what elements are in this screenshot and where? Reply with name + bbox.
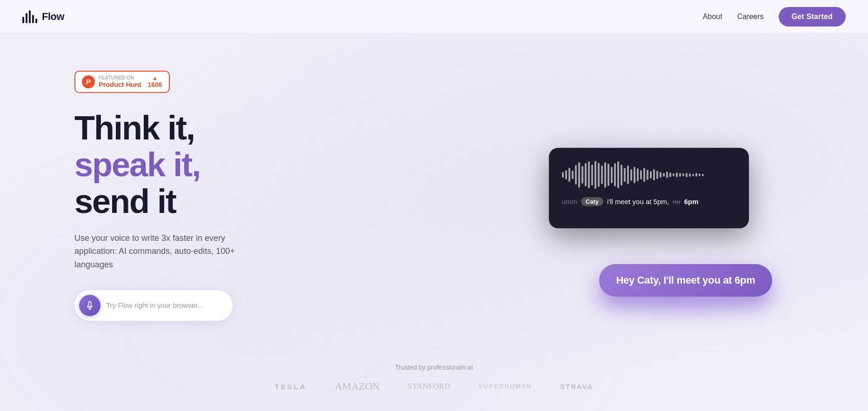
ph-text: FEATURED ON Product Hunt (99, 75, 141, 88)
w-bar (614, 163, 616, 186)
trusted-label: Trusted by professionals at (395, 364, 473, 371)
w-bar (565, 170, 567, 179)
w-bar (692, 174, 694, 176)
navbar: Flow About Careers Get Started (0, 0, 868, 33)
w-bar (591, 165, 593, 186)
logo-tesla: TESLA (275, 383, 307, 391)
logo-superhuman: SUPERHUMAN (479, 383, 532, 390)
transcript-main: i'll meet you at 5pm, (607, 198, 669, 206)
try-placeholder: Try Flow right in your browser... (106, 301, 203, 309)
w-bar (621, 165, 622, 186)
ph-arrow-icon: ▲ (152, 75, 158, 81)
w-bar (702, 174, 704, 176)
get-started-button[interactable]: Get Started (779, 7, 846, 27)
w-bar (624, 168, 626, 182)
w-bar (562, 172, 564, 178)
hero-heading: Think it, speak it, send it (74, 110, 434, 220)
ph-votes: ▲ 1606 (147, 75, 162, 88)
w-bar (640, 170, 642, 179)
w-bar (608, 164, 609, 186)
w-bar (689, 173, 691, 177)
w-bar (682, 173, 684, 176)
w-bar (666, 172, 668, 178)
w-bar (663, 173, 665, 177)
w-bar (627, 166, 629, 184)
waveform-bars (562, 161, 736, 189)
hero-line-3: send it (74, 183, 434, 220)
logo-bar-4 (32, 15, 34, 23)
w-bar (568, 168, 570, 182)
w-bar (581, 166, 583, 184)
hero-right: umm Caty i'll meet you at 5pm, no 6pm He… (434, 33, 868, 411)
transcript-line: umm Caty i'll meet you at 5pm, no 6pm (562, 197, 736, 206)
nav-link-about[interactable]: About (703, 13, 722, 21)
main-content: P FEATURED ON Product Hunt ▲ 1606 Think … (0, 0, 868, 411)
logo-strava: STRAVA (560, 383, 593, 391)
hero-line-2: speak it, (74, 146, 434, 183)
w-bar (585, 163, 587, 186)
logo-bar-2 (26, 13, 27, 23)
logos-row: TESLA amazon Stanford SUPERHUMAN STRAVA (275, 380, 594, 392)
hero-line-1: Think it, (74, 110, 434, 146)
w-bar (699, 173, 701, 176)
mic-button[interactable] (79, 295, 100, 316)
w-bar (660, 172, 661, 178)
waveform-card: umm Caty i'll meet you at 5pm, no 6pm (549, 148, 749, 228)
w-bar (588, 161, 590, 188)
w-bar (617, 161, 619, 188)
w-bar (686, 173, 688, 177)
w-bar (598, 163, 600, 187)
transcript-corrected: 6pm (684, 198, 699, 206)
trusted-section: Trusted by professionals at TESLA amazon… (0, 364, 868, 392)
w-bar (676, 172, 678, 177)
w-bar (594, 161, 596, 189)
demo-container: umm Caty i'll meet you at 5pm, no 6pm He… (535, 129, 768, 306)
nav-link-careers[interactable]: Careers (737, 13, 764, 21)
w-bar (637, 168, 639, 181)
w-bar (572, 171, 574, 179)
w-bar (695, 173, 697, 177)
logo-bar-1 (22, 17, 24, 23)
nav-right: About Careers Get Started (703, 7, 846, 27)
hero-subtext: Use your voice to write 3x faster in eve… (74, 232, 270, 272)
w-bar (643, 168, 645, 182)
logo-bar-3 (29, 10, 31, 23)
w-bar (575, 165, 577, 185)
ph-logo-icon: P (82, 75, 95, 88)
logo-amazon: amazon (335, 380, 380, 392)
logo-bar-5 (35, 19, 37, 23)
hero-left: P FEATURED ON Product Hunt ▲ 1606 Think … (0, 33, 434, 411)
logo-stanford: Stanford (407, 382, 450, 391)
w-bar (673, 173, 674, 176)
ph-featured-label: FEATURED ON (99, 75, 141, 80)
transcript-strikethrough: no (673, 198, 681, 206)
w-bar (669, 172, 671, 177)
w-bar (601, 166, 603, 184)
w-bar (656, 171, 658, 179)
w-bar (647, 170, 648, 180)
product-hunt-badge[interactable]: P FEATURED ON Product Hunt ▲ 1606 (74, 71, 170, 93)
w-bar (650, 171, 652, 179)
w-bar (634, 167, 635, 183)
ph-vote-count: 1606 (147, 81, 162, 88)
ph-name: Product Hunt (99, 80, 141, 88)
logo-icon (22, 10, 37, 23)
w-bar (578, 162, 580, 188)
w-bar (611, 167, 613, 183)
w-bar (630, 169, 632, 181)
logo-text: Flow (42, 11, 64, 23)
w-bar (604, 162, 606, 188)
try-input-wrapper[interactable]: Try Flow right in your browser... (74, 290, 233, 321)
w-bar (679, 173, 681, 177)
w-bar (653, 169, 655, 180)
logo[interactable]: Flow (22, 10, 64, 23)
result-card: Hey Caty, I'll meet you at 6pm (599, 264, 772, 297)
transcript-filler: umm (562, 198, 577, 206)
mic-icon (85, 301, 94, 310)
transcript-speaker-badge: Caty (581, 197, 603, 206)
